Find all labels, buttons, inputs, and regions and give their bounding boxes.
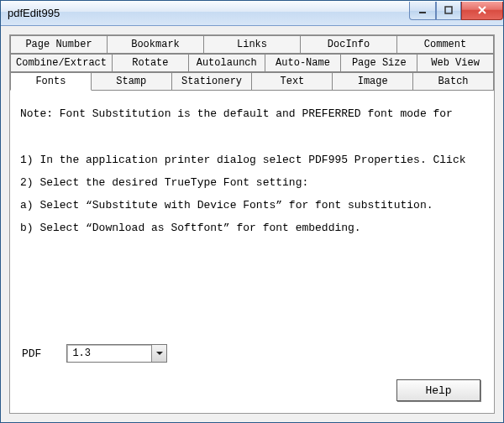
tab-text[interactable]: Text xyxy=(251,72,333,91)
minimize-button[interactable] xyxy=(409,2,436,20)
tab-auto-name[interactable]: Auto-Name xyxy=(265,54,342,72)
tab-docinfo[interactable]: DocInfo xyxy=(300,35,397,54)
tab-page-number[interactable]: Page Number xyxy=(10,35,108,54)
svg-rect-0 xyxy=(419,12,426,13)
chevron-down-icon xyxy=(156,350,163,357)
pdf-version-value: 1.3 xyxy=(67,347,151,359)
tab-combine-extract[interactable]: Combine/Extract xyxy=(10,54,113,72)
maximize-button[interactable] xyxy=(436,2,461,20)
svg-rect-1 xyxy=(445,7,452,13)
option-b-text: b) Select “Download as Softfont” for fon… xyxy=(20,222,484,234)
pdf-version-select[interactable]: 1.3 xyxy=(66,344,167,363)
help-button[interactable]: Help xyxy=(396,379,480,401)
tab-batch[interactable]: Batch xyxy=(412,72,494,91)
step-2-text: 2) Select the desired TrueType Font sett… xyxy=(20,176,484,189)
tab-row-3: Fonts Stamp Stationery Text Image Batch xyxy=(10,72,494,91)
tab-row-2: Combine/Extract Rotate Autolaunch Auto-N… xyxy=(10,54,494,72)
tab-bookmark[interactable]: Bookmark xyxy=(107,35,204,54)
dropdown-arrow xyxy=(151,345,166,362)
note-text: Note: Font Substitution is the default a… xyxy=(20,107,484,120)
tab-image[interactable]: Image xyxy=(332,72,413,91)
tab-stationery[interactable]: Stationery xyxy=(171,72,253,91)
tab-comment[interactable]: Comment xyxy=(396,35,494,54)
tab-autolaunch[interactable]: Autolaunch xyxy=(188,54,265,72)
client-area: Page Number Bookmark Links DocInfo Comme… xyxy=(1,26,503,422)
tab-web-view[interactable]: Web View xyxy=(417,54,494,72)
tab-page-size[interactable]: Page Size xyxy=(340,54,417,72)
tab-stamp[interactable]: Stamp xyxy=(91,72,172,91)
tab-row-1: Page Number Bookmark Links DocInfo Comme… xyxy=(10,35,494,54)
pdf-label: PDF xyxy=(22,347,41,360)
titlebar: pdfEdit995 xyxy=(1,1,503,26)
tab-links[interactable]: Links xyxy=(203,35,301,54)
option-a-text: a) Select “Substitute with Device Fonts”… xyxy=(20,199,484,212)
tab-control: Page Number Bookmark Links DocInfo Comme… xyxy=(9,34,495,414)
close-icon xyxy=(477,5,487,15)
window-title: pdfEdit995 xyxy=(8,7,409,19)
pdf-version-row: PDF 1.3 xyxy=(22,344,167,363)
tab-panel-fonts: Note: Font Substitution is the default a… xyxy=(10,90,494,413)
step-1-text: 1) In the application printer dialog sel… xyxy=(20,154,484,166)
tab-rotate[interactable]: Rotate xyxy=(112,54,189,72)
app-window: pdfEdit995 Page Number Bookmark Links Do… xyxy=(0,0,504,423)
tab-fonts[interactable]: Fonts xyxy=(10,72,92,91)
maximize-icon xyxy=(444,5,454,15)
minimize-icon xyxy=(417,5,428,15)
window-buttons xyxy=(409,2,503,20)
close-button[interactable] xyxy=(461,2,503,20)
